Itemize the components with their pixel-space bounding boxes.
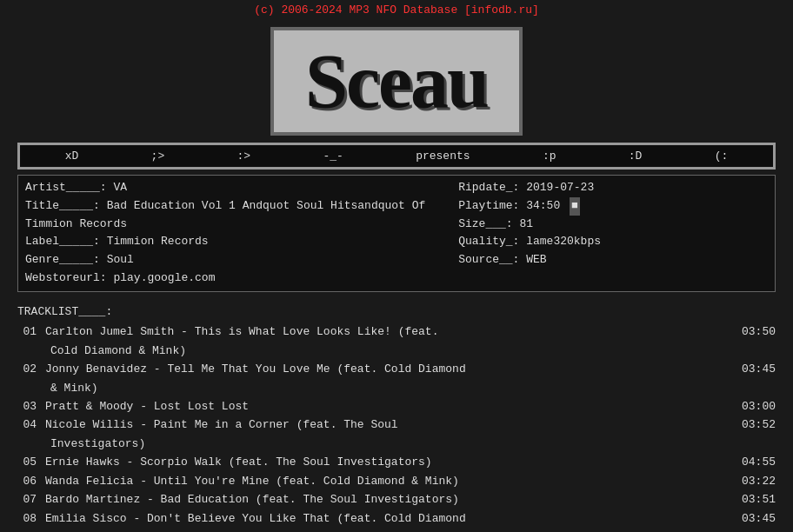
track-title-cont: Investigators)	[45, 435, 776, 453]
track-title-cont: & Mink)	[45, 379, 776, 397]
ripdate-label: Ripdate_:	[458, 181, 519, 194]
genre-row: Genre_____: Soul	[25, 251, 458, 269]
logo-area: Sceau	[0, 18, 793, 143]
info-left: Artist_____: VA Title_____: Bad Educatio…	[25, 179, 458, 288]
info-rows: Artist_____: VA Title_____: Bad Educatio…	[25, 179, 768, 288]
size-row: Size___: 81	[458, 216, 768, 234]
quality-row: Quality_: lame320kbps	[458, 233, 768, 251]
track-row-cont: & Mink)	[17, 528, 776, 532]
track-number-cont	[17, 342, 42, 360]
size-value: 81	[519, 217, 533, 230]
title-label: Title_____:	[25, 199, 100, 212]
artist-label: Artist_____:	[25, 181, 107, 194]
scene-part-2: ;>	[151, 150, 165, 163]
ripdate-value: 2019-07-23	[526, 181, 594, 194]
artist-value: VA	[113, 181, 127, 194]
track-time: 03:45	[732, 509, 776, 528]
track-title: Ernie Hawks - Scorpio Walk (feat. The So…	[45, 453, 729, 471]
scene-part-5: presents	[416, 150, 470, 163]
genre-value: Soul	[107, 253, 134, 266]
tracklist-container: 01Carlton Jumel Smith - This is What Lov…	[17, 323, 776, 532]
track-row: 08Emilia Sisco - Don't Believe You Like …	[17, 509, 776, 528]
playtime-row: Playtime: 34:50 ■	[458, 197, 768, 216]
track-title: Pratt & Moody - Lost Lost Lost	[45, 397, 729, 416]
track-number-cont	[17, 435, 42, 453]
track-number: 04	[17, 416, 42, 434]
ripdate-row: Ripdate_: 2019-07-23	[458, 179, 768, 197]
playtime-label: Playtime:	[458, 199, 519, 212]
label-row: Label_____: Timmion Records	[25, 233, 458, 251]
track-time: 03:00	[732, 397, 776, 416]
scene-part-3: :>	[237, 150, 251, 163]
title-row: Title_____: Bad Education Vol 1 Andquot …	[25, 197, 458, 234]
quality-value: lame320kbps	[526, 235, 601, 248]
scene-part-6: :p	[543, 150, 556, 163]
label-label: Label_____:	[25, 235, 100, 248]
track-time: 04:55	[732, 453, 776, 471]
track-number-cont	[17, 528, 42, 532]
track-time: 03:50	[732, 323, 776, 341]
scene-part-1: xD	[65, 150, 79, 163]
track-number: 02	[17, 360, 42, 378]
track-title-cont: & Mink)	[45, 528, 776, 532]
track-number: 08	[17, 509, 42, 528]
track-title: Jonny Benavidez - Tell Me That You Love …	[45, 360, 729, 378]
track-title: Carlton Jumel Smith - This is What Love …	[45, 323, 729, 341]
track-title: Emilia Sisco - Don't Believe You Like Th…	[45, 509, 729, 528]
track-number: 06	[17, 472, 42, 490]
track-row-cont: Cold Diamond & Mink)	[17, 342, 776, 360]
track-title: Bardo Martinez - Bad Education (feat. Th…	[45, 490, 729, 509]
track-number: 03	[17, 397, 42, 416]
track-number: 01	[17, 323, 42, 341]
playtime-value: 34:50	[526, 199, 560, 212]
scene-header-box: xD ;> :> -_- presents :p :D (:	[17, 143, 776, 170]
artist-row: Artist_____: VA	[25, 179, 458, 197]
track-row: 01Carlton Jumel Smith - This is What Lov…	[17, 323, 776, 341]
scene-header-row: xD ;> :> -_- presents :p :D (:	[29, 150, 764, 163]
info-block: Artist_____: VA Title_____: Bad Educatio…	[17, 175, 776, 292]
nfo-container: xD ;> :> -_- presents :p :D (: Artist___…	[0, 143, 793, 532]
track-row-cont: Investigators)	[17, 435, 776, 453]
track-row: 02Jonny Benavidez - Tell Me That You Lov…	[17, 360, 776, 378]
track-time: 03:45	[732, 360, 776, 378]
playtime-badge: ■	[570, 197, 580, 216]
track-time: 03:52	[732, 416, 776, 434]
source-row: Source__: WEB	[458, 251, 768, 269]
track-row: 05Ernie Hawks - Scorpio Walk (feat. The …	[17, 453, 776, 471]
size-label: Size___:	[458, 217, 512, 230]
copyright-text: (c) 2006-2024 MP3 NFO Database [infodb.r…	[254, 3, 539, 17]
track-number: 05	[17, 453, 42, 471]
source-value: WEB	[526, 253, 546, 266]
tracklist-section: TRACKLIST____: 01Carlton Jumel Smith - T…	[17, 299, 776, 532]
track-row: 07Bardo Martinez - Bad Education (feat. …	[17, 490, 776, 509]
track-number: 07	[17, 490, 42, 509]
tracklist-header: TRACKLIST____:	[17, 303, 776, 321]
track-title: Nicole Willis - Paint Me in a Corner (fe…	[45, 416, 729, 434]
track-row-cont: & Mink)	[17, 379, 776, 397]
track-number-cont	[17, 379, 42, 397]
site-logo: Sceau	[270, 27, 523, 136]
genre-label: Genre_____:	[25, 253, 100, 266]
track-row: 03Pratt & Moody - Lost Lost Lost03:00	[17, 397, 776, 416]
track-time: 03:22	[732, 472, 776, 490]
quality-label: Quality_:	[458, 235, 519, 248]
track-time: 03:51	[732, 490, 776, 509]
webstore-label: Webstoreurl:	[25, 271, 107, 284]
track-row: 06Wanda Felicia - Until You're Mine (fea…	[17, 472, 776, 490]
scene-part-4: -_-	[323, 150, 343, 163]
info-right: Ripdate_: 2019-07-23 Playtime: 34:50 ■ S…	[458, 179, 768, 288]
scene-part-7: :D	[629, 150, 643, 163]
webstore-value: play.google.com	[113, 271, 215, 284]
source-label: Source__:	[458, 253, 519, 266]
copyright-bar: (c) 2006-2024 MP3 NFO Database [infodb.r…	[0, 0, 793, 18]
track-title-cont: Cold Diamond & Mink)	[45, 342, 776, 360]
webstore-row: Webstoreurl: play.google.com	[25, 269, 458, 288]
track-row: 04Nicole Willis - Paint Me in a Corner (…	[17, 416, 776, 434]
label-value: Timmion Records	[107, 235, 209, 248]
track-title: Wanda Felicia - Until You're Mine (feat.…	[45, 472, 729, 490]
scene-part-8: (:	[715, 150, 729, 163]
